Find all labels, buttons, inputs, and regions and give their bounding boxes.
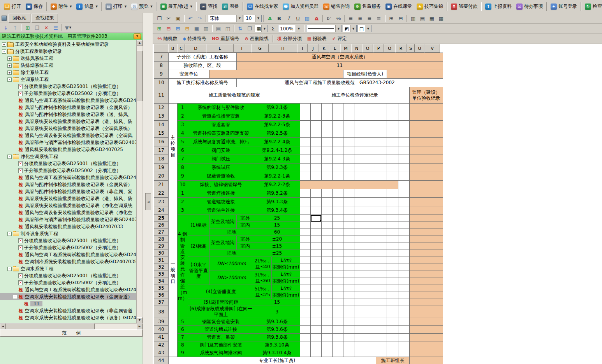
tree-item[interactable]: -空调水系统工程 [0,265,137,272]
grid-cell[interactable] [343,104,354,112]
grid-cell[interactable] [322,104,333,112]
grid-cell[interactable] [322,278,333,285]
tree-item[interactable]: 检风管系统安装检验批质量验收记录表（净化空调系统 [0,202,137,209]
fill-color-button[interactable]: ▨ [303,14,312,23]
grid-cell[interactable] [398,349,410,357]
grid-cell[interactable] [365,334,376,341]
panel-splitter[interactable]: ◄ [143,13,153,364]
grid-cell[interactable] [333,341,343,349]
cell[interactable] [300,181,398,189]
row-header-39[interactable]: 39 [154,318,169,326]
grid-cell[interactable] [365,155,376,164]
grid-cell[interactable] [322,236,333,243]
grid-cell[interactable] [300,278,311,285]
grid-cell[interactable] [398,278,410,285]
grid-cell[interactable] [354,206,365,215]
expand-icon[interactable]: + [7,63,12,68]
grid-cell[interactable] [398,121,410,129]
grid-cell[interactable] [376,112,387,121]
cell[interactable]: 3L‰， 且≤60 [254,271,271,285]
grid-cell[interactable] [387,138,398,146]
grid-cell[interactable] [333,155,343,164]
cell[interactable]: 5 [178,318,188,326]
cell[interactable]: (6)成排管段或成排阀门在同一平面上 [188,306,254,318]
grid-cell[interactable] [387,318,398,326]
row-header-25[interactable]: 25 [154,215,169,222]
grid-cell[interactable] [387,222,398,229]
grid-cell[interactable] [343,257,354,264]
grid-cell[interactable] [354,215,365,222]
sum-button[interactable]: Σ [268,25,278,33]
tree-item[interactable]: 检风管系统安装检验批质量验收记录表（送、排风、防 [0,195,137,202]
row-header-10[interactable]: 10 [154,79,169,87]
col-header-Q[interactable]: Q [384,44,395,53]
record-cell[interactable] [410,129,443,138]
grid-cell[interactable] [387,121,398,129]
grid-cell[interactable] [376,264,387,271]
grid-cell[interactable] [322,155,333,164]
grid-cell[interactable] [365,222,376,229]
grid-cell[interactable] [387,271,398,278]
grid-cell[interactable] [333,198,343,206]
grid-cell[interactable] [322,306,333,318]
record-cell[interactable] [410,198,443,206]
grid-cell[interactable] [387,278,398,285]
selected-cell[interactable] [311,215,322,222]
tree-item[interactable]: 检风管系统安装检验批质量验收记录表（送、排风、防 [0,118,137,125]
paste-button[interactable]: ▣ [173,14,183,23]
cell[interactable]: 管道螺纹连接 [188,198,254,206]
grid-cell[interactable] [333,121,343,129]
grid-cell[interactable] [387,292,398,299]
tab-search-results[interactable]: 查找结果 [32,14,58,23]
sample-button[interactable]: 范 例 [0,329,143,337]
record-cell[interactable] [410,326,443,334]
grid-cell[interactable] [333,334,343,341]
grid-cell[interactable] [333,215,343,222]
grid-cell[interactable] [398,206,410,215]
row-header-7[interactable]: 7 [154,53,169,62]
grid-cell[interactable] [376,236,387,243]
grid-cell[interactable] [398,306,410,318]
cell[interactable]: 第9.3.3条 [254,198,300,206]
grid-cell[interactable] [311,306,322,318]
grid-cell[interactable] [398,243,410,250]
grid-cell[interactable] [387,349,398,357]
grid-cell[interactable] [333,104,343,112]
cell[interactable] [398,181,410,189]
scrollbar-track[interactable] [6,324,137,329]
tree-item[interactable]: ✕分项质量验收记录表GD25001（检验批汇总） [0,272,137,279]
col-header-I[interactable]: I [297,44,308,53]
zoom-select[interactable]: 100%▼ [278,25,302,32]
grid-cell[interactable] [387,129,398,138]
grid-cell[interactable] [322,129,333,138]
subitem-button[interactable]: 项分部分项 [275,35,305,43]
grid-cell[interactable] [354,341,365,349]
tree-item[interactable]: 检风管与配件制作检验批质量验收记录表（非金属、复 [0,188,137,195]
row-header-23[interactable]: 23 [154,198,169,206]
cell[interactable]: 2 [178,112,188,121]
grid-cell[interactable] [343,146,354,155]
cell[interactable]: DN≤100mm [209,257,254,271]
row-header-42[interactable]: 42 [154,341,169,349]
cell[interactable]: 4 钢制管道安装允许偏差（mm） [178,215,188,318]
grid-cell[interactable] [300,264,311,271]
grid-cell[interactable] [333,271,343,278]
grid-cell[interactable] [322,243,333,250]
grid-cell[interactable] [398,215,410,222]
delete-row-button[interactable]: ⊟ [164,25,173,33]
grid-cell[interactable] [300,349,311,357]
grid-cell[interactable] [365,292,376,299]
grid-cell[interactable] [365,206,376,215]
cell[interactable]: 埋地 [209,250,254,257]
row-header-15[interactable]: 15 [154,129,169,138]
tree-item[interactable]: -净化空调系统工程 [0,153,137,160]
record-cell[interactable] [410,104,443,112]
grid-cell[interactable] [365,229,376,236]
grid-cell[interactable] [387,285,398,292]
tree-item[interactable]: ✕子分部质量验收记录表GD25002（分项汇总） [0,279,137,286]
undo-button[interactable]: ↶ [186,14,195,23]
grid-cell[interactable] [300,250,311,257]
cell[interactable]: 第9.2.4-3条 [254,155,300,164]
record-cell[interactable] [410,306,443,318]
open-button[interactable]: ❏打开 [2,2,23,11]
